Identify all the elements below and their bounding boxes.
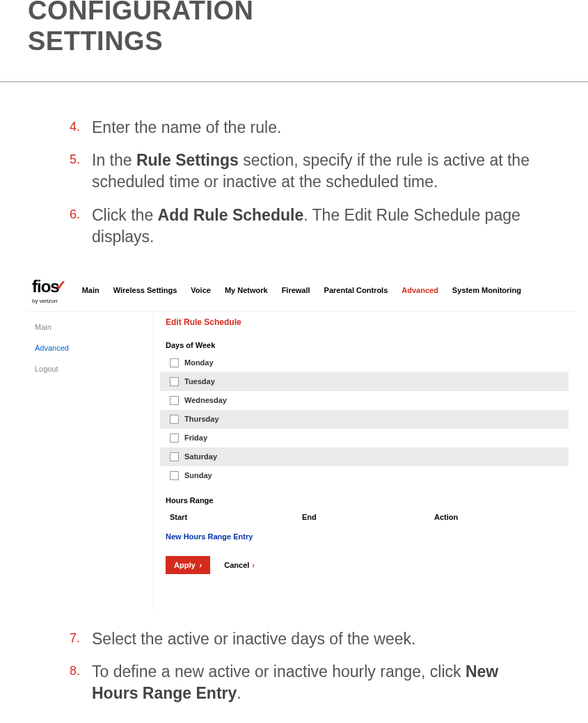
step-number: 4. (70, 117, 92, 138)
nav-system-monitoring[interactable]: System Monitoring (452, 286, 521, 294)
sidebar: Main Advanced Logout (28, 312, 153, 610)
step-4: 4. Enter the name of the rule. (70, 117, 539, 138)
day-row-saturday: Saturday (160, 447, 569, 466)
hours-table-header: Start End Action (160, 509, 569, 525)
col-action: Action (434, 513, 458, 521)
step-6: 6. Click the Add Rule Schedule. The Edit… (70, 205, 539, 248)
day-label: Tuesday (184, 377, 215, 386)
logo-subtext: by verizon (32, 298, 67, 304)
day-row-tuesday: Tuesday (160, 372, 569, 391)
check-icon: ✓ (55, 277, 67, 294)
hours-range-label: Hours Range (160, 492, 569, 509)
chevron-right-icon: › (252, 561, 255, 569)
nav-parental-controls[interactable]: Parental Controls (324, 286, 388, 294)
sidebar-item-logout[interactable]: Logout (35, 365, 145, 373)
new-hours-range-entry-link[interactable]: New Hours Range Entry (160, 525, 569, 552)
horizontal-divider (0, 81, 588, 82)
day-label: Wednesday (184, 396, 227, 404)
checkbox-thursday[interactable] (170, 415, 179, 424)
apply-button[interactable]: Apply › (166, 556, 210, 574)
ui-body: Main Advanced Logout Edit Rule Schedule … (28, 311, 574, 610)
day-label: Saturday (184, 452, 217, 461)
step-number: 6. (70, 205, 92, 248)
fios-logo: fios ✓ by verizon (32, 277, 67, 304)
day-row-sunday: Sunday (160, 466, 569, 485)
title-line1: CONFIGURATION (28, 0, 560, 26)
step-5: 5. In the Rule Settings section, specify… (70, 150, 539, 193)
main-panel: Edit Rule Schedule Days of Week Monday T… (153, 312, 574, 610)
chevron-right-icon: › (200, 561, 202, 569)
step-text: To define a new active or inactive hourl… (92, 661, 539, 704)
step-number: 8. (70, 661, 92, 704)
nav-voice[interactable]: Voice (191, 286, 211, 294)
day-label: Monday (184, 358, 214, 367)
page-title: CONFIGURATION SETTINGS (28, 0, 560, 56)
day-label: Friday (184, 434, 207, 442)
checkbox-friday[interactable] (170, 434, 179, 443)
top-bar: fios ✓ by verizon Main Wireless Settings… (28, 273, 574, 311)
checkbox-monday[interactable] (170, 358, 179, 367)
day-label: Thursday (184, 415, 219, 423)
checkbox-tuesday[interactable] (170, 377, 179, 386)
panel-title: Edit Rule Schedule (160, 312, 569, 337)
router-ui-screenshot: fios ✓ by verizon Main Wireless Settings… (28, 273, 574, 610)
col-end: End (302, 513, 434, 521)
cancel-label: Cancel (224, 561, 249, 569)
day-row-thursday: Thursday (160, 410, 569, 429)
nav-advanced[interactable]: Advanced (402, 286, 438, 294)
sidebar-item-advanced[interactable]: Advanced (35, 344, 145, 352)
step-number: 5. (70, 150, 92, 193)
step-8: 8. To define a new active or inactive ho… (70, 661, 539, 704)
checkbox-saturday[interactable] (170, 452, 179, 461)
step-text: Select the active or inactive days of th… (92, 628, 415, 650)
nav-main[interactable]: Main (82, 286, 100, 294)
step-text: Enter the name of the rule. (92, 117, 281, 138)
steps-after: 7. Select the active or inactive days of… (70, 628, 539, 704)
day-label: Sunday (184, 471, 212, 479)
nav-my-network[interactable]: My Network (225, 286, 268, 294)
top-nav: Main Wireless Settings Voice My Network … (82, 286, 521, 294)
step-7: 7. Select the active or inactive days of… (70, 628, 539, 650)
step-text: Click the Add Rule Schedule. The Edit Ru… (92, 205, 539, 248)
checkbox-sunday[interactable] (170, 471, 179, 480)
steps-before: 4. Enter the name of the rule. 5. In the… (70, 117, 539, 247)
cancel-link[interactable]: Cancel › (224, 561, 255, 569)
days-of-week-label: Days of Week (160, 337, 569, 353)
title-line2: SETTINGS (28, 26, 560, 57)
step-text: In the Rule Settings section, specify if… (92, 150, 539, 193)
sidebar-item-main[interactable]: Main (35, 323, 145, 331)
col-start: Start (170, 513, 302, 521)
nav-wireless-settings[interactable]: Wireless Settings (113, 286, 177, 294)
day-row-friday: Friday (160, 429, 569, 447)
nav-firewall[interactable]: Firewall (282, 286, 310, 294)
day-row-monday: Monday (160, 353, 569, 372)
step-number: 7. (70, 628, 92, 650)
checkbox-wednesday[interactable] (170, 396, 179, 405)
apply-label: Apply (174, 561, 196, 569)
button-row: Apply › Cancel › (160, 552, 569, 578)
day-row-wednesday: Wednesday (160, 391, 569, 410)
